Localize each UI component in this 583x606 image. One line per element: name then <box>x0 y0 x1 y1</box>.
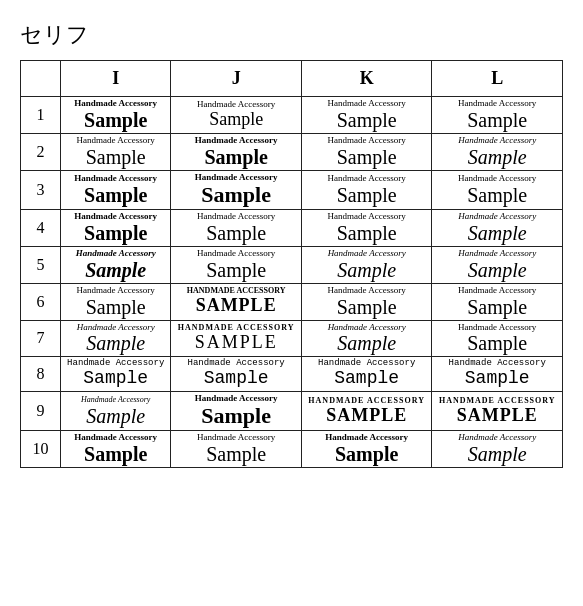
sub-text: Handmade Accessory <box>77 136 155 146</box>
main-text: Sample <box>467 296 527 318</box>
main-text: Sample <box>337 146 397 168</box>
main-text: Sample <box>86 146 146 168</box>
sub-text: Handmade Accessory <box>328 174 406 184</box>
cell-1-l: Handmade Accessory Sample <box>432 97 563 134</box>
main-text: Sample <box>468 222 527 244</box>
sub-text: Handmade Accessory <box>325 433 408 443</box>
cell-7-i: Handmade Accessory Sample <box>61 320 171 357</box>
cell-6-l: Handmade Accessory Sample <box>432 283 563 320</box>
col-header-l: L <box>432 61 563 97</box>
cell-2-k: Handmade Accessory Sample <box>301 133 432 170</box>
main-text: Sample <box>85 259 146 281</box>
cell-1-i: Handmade Accessory Sample <box>61 97 171 134</box>
main-text: Sample <box>335 443 398 465</box>
cell-7-j: HANDMADE ACCESSORY SAMPLE <box>171 320 302 357</box>
sub-text: Handmade Accessory <box>458 174 536 184</box>
sub-text: Handmade Accessory <box>197 433 275 443</box>
sub-text: Handmade Accessory <box>328 323 406 333</box>
cell-8-k: Handmade Accessory Sample <box>301 357 432 392</box>
main-text: Sample <box>84 443 147 465</box>
cell-9-l: HANDMADE ACCESSORY SAMPLE <box>432 392 563 431</box>
sub-text: Handmade Accessory <box>74 99 157 109</box>
cell-7-k: Handmade Accessory Sample <box>301 320 432 357</box>
row-num-4: 4 <box>21 209 61 246</box>
main-text: Sample <box>201 404 271 428</box>
cell-8-l: Handmade Accessory Sample <box>432 357 563 392</box>
sub-text: Handmade Accessory <box>195 136 278 146</box>
cell-2-i: Handmade Accessory Sample <box>61 133 171 170</box>
main-text: Sample <box>206 222 266 244</box>
sub-text: Handmade Accessory <box>328 136 406 146</box>
main-text: Sample <box>196 296 277 316</box>
main-text: Sample <box>468 146 527 168</box>
cell-10-l: Handmade Accessory Sample <box>432 431 563 468</box>
cell-5-k: Handmade Accessory Sample <box>301 246 432 283</box>
table-row: 5 Handmade Accessory Sample Handmade Acc… <box>21 246 563 283</box>
row-num-5: 5 <box>21 246 61 283</box>
sub-text: Handmade Accessory <box>458 212 536 222</box>
cell-1-k: Handmade Accessory Sample <box>301 97 432 134</box>
row-num-10: 10 <box>21 431 61 468</box>
main-text: SAMPLE <box>195 333 278 353</box>
table-row: 9 Handmade Accessory Sample Handmade Acc… <box>21 392 563 431</box>
main-text: Sample <box>467 184 527 206</box>
main-text: Sample <box>84 184 147 206</box>
cell-9-i: Handmade Accessory Sample <box>61 392 171 431</box>
cell-10-j: Handmade Accessory Sample <box>171 431 302 468</box>
cell-4-l: Handmade Accessory Sample <box>432 209 563 246</box>
col-header-k: K <box>301 61 432 97</box>
col-header-i: I <box>61 61 171 97</box>
font-sample-table: I J K L 1 Handmade Accessory Sample Hand… <box>20 60 563 468</box>
main-text: Sample <box>337 332 396 354</box>
main-text: Sample <box>86 332 145 354</box>
main-text: Sample <box>83 369 148 389</box>
sub-text: Handmade Accessory <box>328 99 406 109</box>
main-text: Sample <box>468 259 527 281</box>
cell-9-k: HANDMADE ACCESSORY SAMPLE <box>301 392 432 431</box>
main-text: Sample <box>467 332 527 354</box>
row-num-7: 7 <box>21 320 61 357</box>
sub-text: Handmade Accessory <box>197 249 275 259</box>
sub-text: Handmade Accessory <box>81 396 150 405</box>
main-text: Sample <box>84 109 147 131</box>
sub-text: Handmade Accessory <box>197 212 275 222</box>
cell-3-l: Handmade Accessory Sample <box>432 170 563 209</box>
table-row: 1 Handmade Accessory Sample Handmade Acc… <box>21 97 563 134</box>
sub-text: Handmade Accessory <box>328 212 406 222</box>
col-header-empty <box>21 61 61 97</box>
row-num-9: 9 <box>21 392 61 431</box>
cell-6-i: Handmade Accessory Sample <box>61 283 171 320</box>
row-num-8: 8 <box>21 357 61 392</box>
cell-4-i: Handmade Accessory Sample <box>61 209 171 246</box>
main-text: Sample <box>467 109 527 131</box>
sub-text: Handmade Accessory <box>328 286 406 296</box>
main-text: Sample <box>204 146 267 168</box>
main-text: Sample <box>337 222 397 244</box>
cell-7-l: Handmade Accessory Sample <box>432 320 563 357</box>
row-num-2: 2 <box>21 133 61 170</box>
main-text: SAMPLE <box>457 406 538 426</box>
sub-text: Handmade Accessory <box>77 323 155 333</box>
main-text: Sample <box>334 369 399 389</box>
main-text: Sample <box>201 183 271 207</box>
cell-4-k: Handmade Accessory Sample <box>301 209 432 246</box>
sub-text: Handmade Accessory <box>458 323 536 333</box>
cell-8-j: Handmade Accessory Sample <box>171 357 302 392</box>
main-text: Sample <box>468 443 527 465</box>
cell-1-j: Handmade Accessory Sample <box>171 97 302 134</box>
cell-5-l: Handmade Accessory Sample <box>432 246 563 283</box>
cell-5-j: Handmade Accessory Sample <box>171 246 302 283</box>
cell-6-k: Handmade Accessory Sample <box>301 283 432 320</box>
sub-text: Handmade Accessory <box>74 174 157 184</box>
cell-9-j: Handmade Accessory Sample <box>171 392 302 431</box>
table-row: 4 Handmade Accessory Sample Handmade Acc… <box>21 209 563 246</box>
main-text: Sample <box>337 109 397 131</box>
main-text: Sample <box>206 443 266 465</box>
sub-text: Handmade Accessory <box>77 286 155 296</box>
table-row: 8 Handmade Accessory Sample Handmade Acc… <box>21 357 563 392</box>
main-text: Sample <box>209 110 263 130</box>
cell-8-i: Handmade Accessory Sample <box>61 357 171 392</box>
cell-5-i: Handmade Accessory Sample <box>61 246 171 283</box>
sub-text: Handmade Accessory <box>458 286 536 296</box>
main-text: Sample <box>465 369 530 389</box>
